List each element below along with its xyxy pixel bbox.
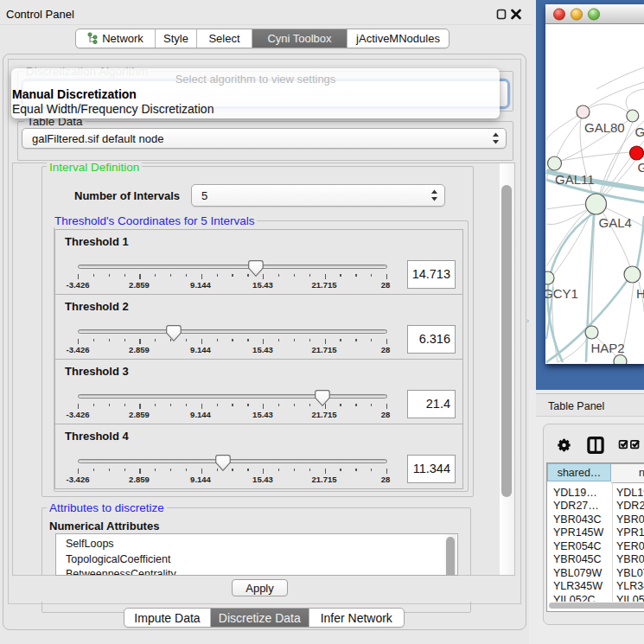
svg-text:HAP2: HAP2 [591, 341, 625, 355]
svg-text:GCN4: GCN4 [638, 160, 644, 175]
svg-text:GAL11: GAL11 [555, 172, 595, 187]
svg-text:GCY1: GCY1 [545, 286, 578, 301]
svg-text:GAL80: GAL80 [584, 120, 625, 135]
svg-text:GAL7: GAL7 [635, 124, 644, 139]
svg-text:HIS7: HIS7 [636, 286, 644, 301]
svg-text:GAL4: GAL4 [599, 215, 632, 230]
